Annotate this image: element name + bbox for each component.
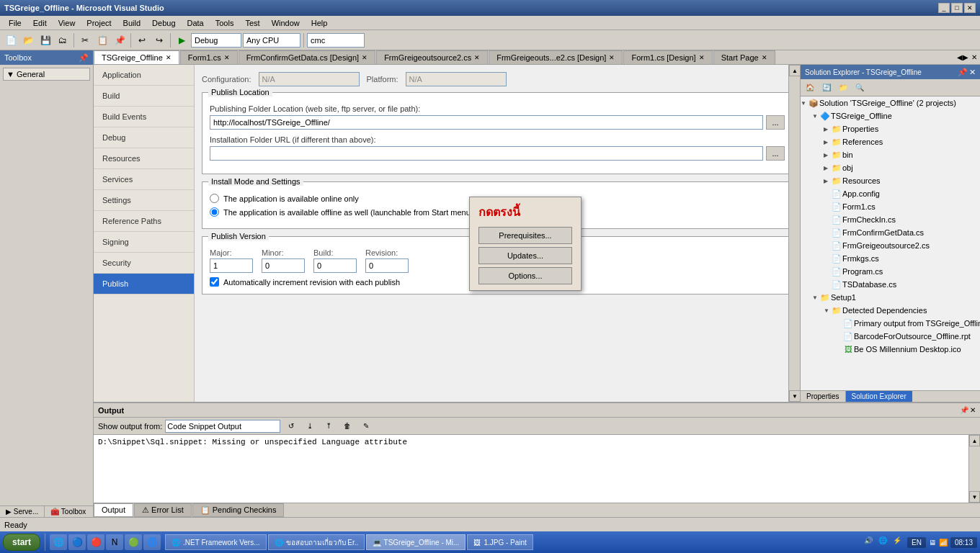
output-source-select[interactable]: Code Snippet Output <box>165 420 280 433</box>
quicklaunch-2[interactable]: 🔵 <box>68 534 86 550</box>
taskbar-vs[interactable]: 💻 TSGreige_Offline - Mi... <box>366 534 466 550</box>
menu-help[interactable]: Help <box>306 17 334 29</box>
output-tool-1[interactable]: ↺ <box>283 418 299 434</box>
solution-close-btn[interactable]: ✕ <box>969 68 976 77</box>
save-all-btn[interactable]: 🗂 <box>55 32 71 48</box>
offline-radio[interactable] <box>210 207 219 217</box>
close-button[interactable]: ✕ <box>964 3 976 13</box>
tab-close-frmgreige[interactable]: ✕ <box>474 54 480 61</box>
solution-root[interactable]: ▼ 📦 Solution 'TSGreige_Offline' (2 proje… <box>801 96 980 109</box>
platform-combo[interactable]: Any CPU <box>243 33 300 48</box>
solution-tool-2[interactable]: 🔄 <box>819 80 834 96</box>
tab-scroll-left[interactable]: ◀ <box>957 53 963 61</box>
nav-settings[interactable]: Settings <box>94 190 194 211</box>
install-url-input[interactable] <box>210 146 763 161</box>
start-btn[interactable]: ▶ <box>174 32 190 48</box>
tab-close-startpage[interactable]: ✕ <box>762 54 767 61</box>
tab-close-form1cs[interactable]: ✕ <box>224 54 230 61</box>
nav-security[interactable]: Security <box>94 253 194 274</box>
menu-view[interactable]: View <box>53 17 81 29</box>
output-tab-pending[interactable]: 📋 Pending Checkins <box>192 503 285 517</box>
quicklaunch-nero[interactable]: N <box>106 534 123 550</box>
menu-project[interactable]: Project <box>81 17 117 29</box>
quicklaunch-6[interactable]: 🌀 <box>143 534 161 550</box>
ico-node[interactable]: 🖼 Be OS Millennium Desktop.ico <box>801 343 980 356</box>
taskbar-paint[interactable]: 🖼 1.JPG - Paint <box>467 534 533 550</box>
tab-close-frmgreige2[interactable]: ✕ <box>609 54 615 61</box>
nav-services[interactable]: Services <box>94 169 194 190</box>
server-tab[interactable]: ▶ Serve... <box>0 506 45 517</box>
clock[interactable]: 08:13 <box>950 537 977 548</box>
language-indicator[interactable]: EN <box>907 537 926 548</box>
new-btn[interactable]: 📄 <box>3 32 19 48</box>
project-combo[interactable]: cmc <box>307 33 365 48</box>
solution-tool-1[interactable]: 🏠 <box>802 80 818 96</box>
output-scroll-up[interactable]: ▲ <box>969 435 980 446</box>
output-tool-4[interactable]: 🗑 <box>339 418 355 434</box>
build-input[interactable] <box>313 258 357 273</box>
output-tool-5[interactable]: ✎ <box>358 418 374 434</box>
open-btn[interactable]: 📂 <box>20 32 36 48</box>
appconfig-node[interactable]: 📄 App.config <box>801 187 980 200</box>
bin-node[interactable]: ▶ 📁 bin <box>801 148 980 161</box>
toolbox-tab[interactable]: 🧰 Toolbox <box>45 506 92 517</box>
revision-input[interactable] <box>365 258 409 273</box>
frmgreige-node[interactable]: 📄 FrmGreigeoutsource2.cs <box>801 239 980 252</box>
tsdatabase-node[interactable]: 📄 TSDatabase.cs <box>801 278 980 291</box>
close-all-docs[interactable]: ✕ <box>971 53 977 61</box>
tab-frmgreige2[interactable]: FrmGreigeouts...e2.cs [Design] ✕ <box>489 50 623 64</box>
output-tool-3[interactable]: ⤒ <box>321 418 337 434</box>
menu-test[interactable]: Test <box>239 17 265 29</box>
minor-input[interactable] <box>262 258 305 273</box>
output-pin-btn[interactable]: 📌 <box>960 406 968 414</box>
platform-select[interactable]: N/A <box>406 72 507 86</box>
quicklaunch-1[interactable]: 🌐 <box>50 534 67 550</box>
primary-output-node[interactable]: 📄 Primary output from TSGreige_Offline (… <box>801 317 980 330</box>
major-input[interactable] <box>210 258 253 273</box>
tab-close-tsgreige[interactable]: ✕ <box>166 54 172 61</box>
nav-reference-paths[interactable]: Reference Paths <box>94 211 194 232</box>
barcode-node[interactable]: 📄 BarcodeForOutsource_Offline.rpt <box>801 330 980 343</box>
scroll-down-btn[interactable]: ▼ <box>789 390 800 402</box>
online-only-radio[interactable] <box>210 194 219 203</box>
tab-startpage[interactable]: Start Page ✕ <box>713 50 775 64</box>
configuration-select[interactable]: N/A <box>259 72 360 86</box>
folder-input[interactable] <box>210 115 763 130</box>
menu-data[interactable]: Data <box>182 17 210 29</box>
undo-btn[interactable]: ↩ <box>134 32 150 48</box>
output-tab-errors[interactable]: ⚠ Error List <box>134 503 192 517</box>
folder-browse-btn[interactable]: ... <box>766 115 785 130</box>
detected-deps-node[interactable]: ▼ 📁 Detected Dependencies <box>801 304 980 317</box>
taskbar-dotnet[interactable]: 🌐 .NET Framework Vers... <box>165 534 267 550</box>
program-node[interactable]: 📄 Program.cs <box>801 265 980 278</box>
tab-close-frmconfirm[interactable]: ✕ <box>362 54 368 61</box>
redo-btn[interactable]: ↪ <box>151 32 167 48</box>
properties-node[interactable]: ▶ 📁 Properties <box>801 122 980 135</box>
auto-increment-checkbox[interactable] <box>210 277 219 287</box>
save-btn[interactable]: 💾 <box>37 32 53 48</box>
solution-tool-3[interactable]: 📁 <box>835 80 851 96</box>
output-tab-output[interactable]: Output <box>94 503 133 517</box>
nav-publish[interactable]: Publish <box>94 274 194 295</box>
form1cs-node[interactable]: 📄 Form1.cs <box>801 200 980 213</box>
menu-tools[interactable]: Tools <box>210 17 240 29</box>
nav-build-events[interactable]: Build Events <box>94 107 194 127</box>
tab-frmconfirm[interactable]: FrmConfirmGetData.cs [Design] ✕ <box>239 50 375 64</box>
menu-edit[interactable]: Edit <box>27 17 53 29</box>
start-button[interactable]: start <box>3 534 40 551</box>
resources-node[interactable]: ▶ 📁 Resources <box>801 174 980 187</box>
paste-btn[interactable]: 📌 <box>112 32 128 48</box>
tab-close-form1design[interactable]: ✕ <box>699 54 705 61</box>
menu-debug[interactable]: Debug <box>146 17 181 29</box>
menu-build[interactable]: Build <box>117 17 146 29</box>
nav-debug[interactable]: Debug <box>94 127 194 148</box>
tab-frmgreige[interactable]: FrmGreigeoutsource2.cs ✕ <box>376 50 488 64</box>
tab-form1cs[interactable]: Form1.cs ✕ <box>180 50 238 64</box>
setup1-node[interactable]: ▼ 📁 Setup1 <box>801 291 980 304</box>
quicklaunch-3[interactable]: 🔴 <box>87 534 104 550</box>
minimize-button[interactable]: _ <box>938 3 950 13</box>
install-url-browse-btn[interactable]: ... <box>766 146 785 161</box>
toolbox-pin[interactable]: 📌 <box>79 53 89 63</box>
tab-form1design[interactable]: Form1.cs [Design] ✕ <box>623 50 712 64</box>
solution-explorer-tab[interactable]: Solution Explorer <box>846 391 912 402</box>
